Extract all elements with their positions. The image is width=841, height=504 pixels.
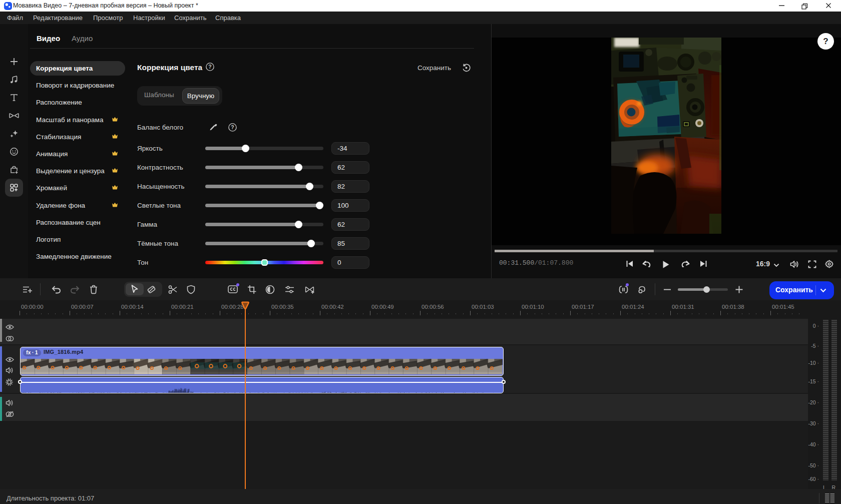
svg-text:?: ? bbox=[208, 64, 211, 70]
svg-text:?: ? bbox=[231, 124, 234, 130]
